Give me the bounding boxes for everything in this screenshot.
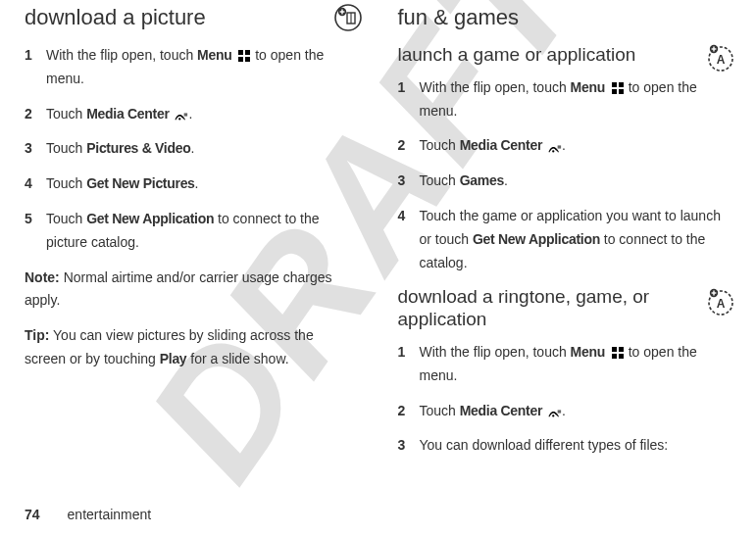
step-pre: With the flip open, touch xyxy=(46,47,197,63)
step-post: . xyxy=(195,175,199,191)
step-pre: Touch xyxy=(46,175,86,191)
step-pre: With the flip open, touch xyxy=(420,79,571,95)
left-step: 4Touch Get New Pictures. xyxy=(25,172,359,196)
svg-rect-21 xyxy=(619,89,624,94)
step-pre: With the flip open, touch xyxy=(420,344,571,360)
step-body: Touch the game or application you want t… xyxy=(420,205,732,274)
signal-icon xyxy=(175,108,188,122)
right-column: fun & games launch a game or application… xyxy=(398,5,732,469)
svg-point-10 xyxy=(179,118,181,120)
svg-rect-31 xyxy=(619,347,624,352)
step-post: . xyxy=(190,140,194,156)
step-body: Touch Get New Application to connect to … xyxy=(46,208,359,255)
svg-rect-8 xyxy=(238,57,243,62)
content-columns: download a picture 1With the flip open, … xyxy=(0,0,756,469)
svg-rect-9 xyxy=(245,57,250,62)
step-body: With the flip open, touch Menu to open t… xyxy=(46,44,359,91)
step-number: 1 xyxy=(398,76,420,100)
step-number: 5 xyxy=(25,208,46,231)
section2-heading: download a ringtone, game, or applicatio… xyxy=(398,286,732,331)
svg-text:A: A xyxy=(717,53,726,67)
note-label: Note: xyxy=(25,269,60,285)
right-heading: fun & games xyxy=(398,5,732,30)
badge-plus-a-icon: A xyxy=(706,286,735,316)
step-number: 4 xyxy=(398,205,420,228)
step-body: Touch Media Center . xyxy=(46,103,359,126)
svg-rect-18 xyxy=(612,82,617,87)
step-body: Touch Games. xyxy=(420,170,732,193)
step-post: . xyxy=(562,403,566,418)
left-step: 1With the flip open, touch Menu to open … xyxy=(25,44,359,91)
step-number: 2 xyxy=(398,400,420,423)
step-body: You can download different types of file… xyxy=(420,434,732,458)
step-body: Touch Media Center . xyxy=(420,134,732,158)
footer-section: entertainment xyxy=(68,507,152,522)
svg-rect-20 xyxy=(612,89,617,94)
right2-step: 2Touch Media Center . xyxy=(398,400,732,423)
signal-icon xyxy=(548,405,562,418)
svg-point-34 xyxy=(552,414,554,416)
step-bold: Media Center xyxy=(86,106,169,122)
step-bold: Get New Application xyxy=(86,211,214,226)
badge-plus-a-icon: A xyxy=(706,42,735,72)
step-number: 3 xyxy=(25,137,46,161)
step-bold: Pictures & Video xyxy=(86,140,190,156)
step-pre: Touch xyxy=(46,106,86,122)
step-bold: Menu xyxy=(197,47,231,63)
step-number: 1 xyxy=(25,44,46,68)
step-number: 4 xyxy=(25,172,46,196)
svg-rect-19 xyxy=(619,82,624,87)
right1-step: 1With the flip open, touch Menu to open … xyxy=(398,76,732,123)
badge-plus-picture-icon xyxy=(333,3,363,32)
svg-rect-7 xyxy=(245,50,250,55)
menu-grid-icon xyxy=(611,81,625,95)
step-bold: Media Center xyxy=(460,403,542,418)
step-pre: Touch xyxy=(420,172,460,188)
svg-point-22 xyxy=(552,150,554,152)
left-heading: download a picture xyxy=(25,5,359,30)
right2-step: 1With the flip open, touch Menu to open … xyxy=(398,341,732,388)
step-post: . xyxy=(562,137,566,153)
menu-grid-icon xyxy=(237,49,251,63)
right1-step: 4Touch the game or application you want … xyxy=(398,205,732,274)
left-step: 2Touch Media Center . xyxy=(25,103,359,126)
step-number: 3 xyxy=(398,434,420,458)
note-text: Normal airtime and/or carrier usage char… xyxy=(25,269,332,309)
step-pre: You can download different types of file… xyxy=(420,437,669,453)
step-bold: Get New Application xyxy=(473,231,600,247)
step-number: 3 xyxy=(398,170,420,193)
svg-rect-6 xyxy=(238,50,243,55)
step-bold: Menu xyxy=(571,344,605,360)
left-column: download a picture 1With the flip open, … xyxy=(25,5,359,469)
left-step: 5Touch Get New Application to connect to… xyxy=(25,208,359,255)
step-pre: Touch xyxy=(46,140,86,156)
step-body: Touch Get New Pictures. xyxy=(46,172,359,196)
left-step: 3Touch Pictures & Video. xyxy=(25,137,359,161)
step-number: 2 xyxy=(398,134,420,158)
svg-rect-32 xyxy=(612,354,617,359)
step-number: 1 xyxy=(398,341,420,365)
svg-point-0 xyxy=(335,5,361,30)
step-bold: Menu xyxy=(571,79,605,95)
tip-bold: Play xyxy=(160,351,187,366)
right1-step: 3Touch Games. xyxy=(398,170,732,193)
tip-paragraph: Tip: You can view pictures by sliding ac… xyxy=(25,324,359,371)
page-footer: 74entertainment xyxy=(25,507,151,522)
svg-rect-33 xyxy=(619,354,624,359)
signal-icon xyxy=(548,140,562,154)
section1-heading: launch a game or application xyxy=(398,44,732,67)
step-pre: Touch xyxy=(46,211,86,226)
step-body: With the flip open, touch Menu to open t… xyxy=(420,341,732,388)
right2-step: 3You can download different types of fil… xyxy=(398,434,732,458)
page-number: 74 xyxy=(25,507,40,522)
step-pre: Touch xyxy=(420,137,460,153)
step-bold: Get New Pictures xyxy=(86,175,194,191)
step-pre: Touch xyxy=(420,403,460,418)
svg-rect-30 xyxy=(612,347,617,352)
step-body: Touch Media Center . xyxy=(420,400,732,423)
step-bold: Games xyxy=(460,172,504,188)
svg-text:A: A xyxy=(717,297,726,311)
step-post: . xyxy=(504,172,508,188)
tip-text-post: for a slide show. xyxy=(186,351,288,366)
menu-grid-icon xyxy=(611,346,625,360)
